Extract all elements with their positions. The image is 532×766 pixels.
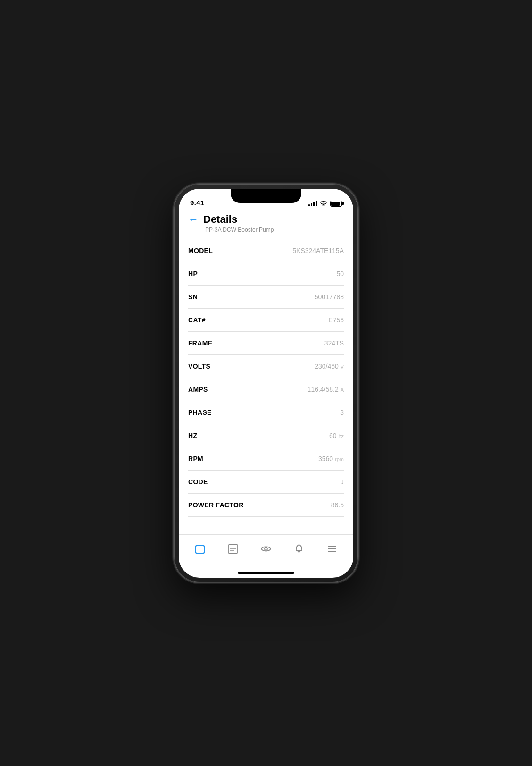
notch [231, 189, 301, 203]
detail-label-powerfactor: POWER FACTOR [188, 501, 244, 509]
detail-row: HZ60 hz [188, 424, 344, 447]
detail-label-cat: CAT# [188, 316, 206, 324]
detail-label-code: CODE [188, 478, 208, 486]
detail-value-frame: 324TS [324, 339, 344, 347]
page-subtitle: PP-3A DCW Booster Pump [205, 227, 344, 233]
detail-value-phase: 3 [340, 409, 344, 416]
tab-menu[interactable] [320, 539, 344, 558]
detail-label-frame: FRAME [188, 339, 212, 347]
signal-icon [308, 201, 317, 206]
list-icon [226, 542, 240, 556]
detail-label-sn: SN [188, 293, 198, 301]
tab-bar [179, 534, 353, 568]
detail-row: VOLTS230/460 V [188, 355, 344, 378]
detail-value-model: 5KS324ATE115A [292, 247, 344, 254]
detail-value-code: J [341, 478, 344, 486]
detail-value-amps: 116.4/58.2 A [308, 386, 344, 393]
tab-home[interactable] [188, 539, 212, 558]
detail-label-hp: HP [188, 270, 198, 278]
detail-value-hz: 60 hz [329, 432, 344, 439]
tab-notifications[interactable] [287, 539, 311, 558]
details-list: MODEL5KS324ATE115AHP50SN50017788CAT#E756… [179, 239, 353, 534]
wifi-icon [320, 201, 327, 206]
detail-value-volts: 230/460 V [315, 362, 344, 370]
detail-row: AMPS116.4/58.2 A [188, 378, 344, 401]
detail-label-rpm: RPM [188, 455, 203, 463]
home-indicator [179, 568, 353, 578]
battery-icon [330, 201, 342, 207]
home-icon [193, 542, 207, 556]
detail-label-volts: VOLTS [188, 362, 210, 370]
detail-row: PHASE3 [188, 401, 344, 424]
svg-point-0 [323, 206, 324, 207]
detail-row: POWER FACTOR86.5 [188, 494, 344, 517]
detail-label-phase: PHASE [188, 409, 212, 416]
status-icons [308, 201, 342, 207]
detail-value-powerfactor: 86.5 [331, 501, 344, 509]
tab-watch[interactable] [254, 539, 278, 558]
detail-value-cat: E756 [328, 316, 344, 324]
svg-point-7 [265, 547, 267, 550]
detail-label-model: MODEL [188, 247, 213, 254]
detail-value-hp: 50 [336, 270, 344, 278]
phone-frame: 9:41 ← Details [174, 184, 358, 582]
tab-list[interactable] [221, 539, 245, 558]
detail-row: MODEL5KS324ATE115A [188, 239, 344, 262]
svg-rect-2 [196, 546, 204, 553]
detail-row: SN50017788 [188, 286, 344, 309]
detail-value-sn: 50017788 [315, 293, 344, 301]
detail-row: RPM3560 rpm [188, 447, 344, 471]
status-time: 9:41 [190, 199, 204, 207]
detail-value-rpm: 3560 rpm [318, 455, 344, 463]
back-button[interactable]: ← [188, 214, 199, 225]
eye-icon [259, 542, 273, 556]
svg-rect-1 [196, 546, 204, 553]
detail-row: HP50 [188, 262, 344, 286]
page-title: Details [203, 213, 237, 226]
bell-icon [292, 542, 306, 556]
detail-row: CODEJ [188, 471, 344, 494]
detail-row: CAT#E756 [188, 309, 344, 332]
detail-row: FRAME324TS [188, 332, 344, 355]
menu-icon [325, 542, 339, 556]
detail-label-amps: AMPS [188, 386, 208, 393]
header: ← Details PP-3A DCW Booster Pump [179, 210, 353, 239]
detail-label-hz: HZ [188, 432, 197, 439]
phone-screen: 9:41 ← Details [179, 189, 353, 578]
